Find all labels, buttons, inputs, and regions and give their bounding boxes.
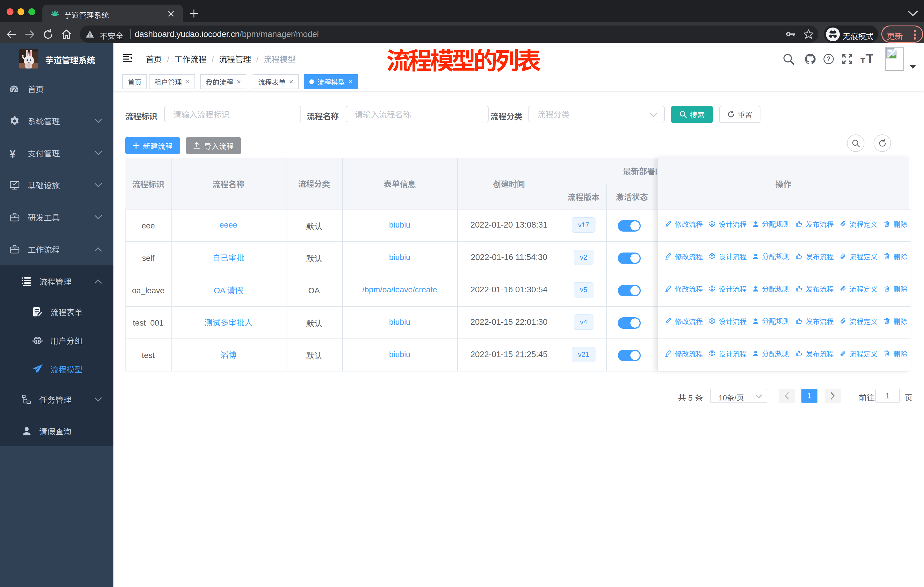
svg-text:T: T: [866, 53, 873, 65]
svg-text:?: ?: [827, 55, 831, 63]
svg-text:T: T: [860, 56, 865, 65]
